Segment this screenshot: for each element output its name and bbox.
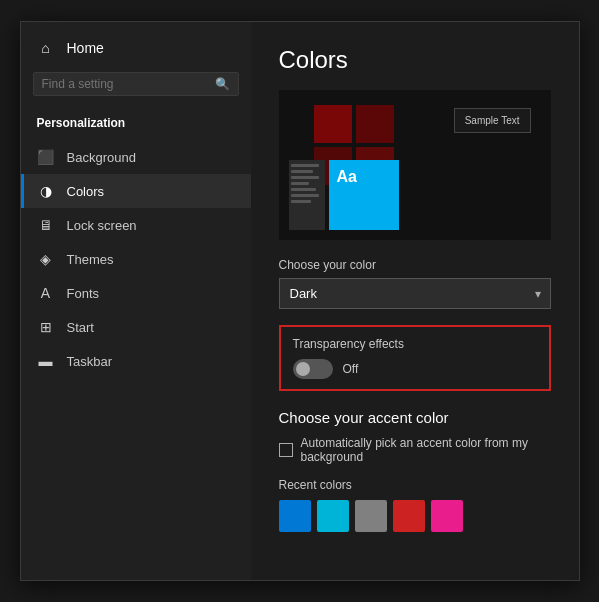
sidebar-home[interactable]: ⌂ Home [21,30,251,66]
toggle-knob [296,362,310,376]
start-icon: ⊞ [37,319,55,335]
swatch-3[interactable] [355,500,387,532]
sidebar-item-label: Fonts [67,286,100,301]
preview-area: Sample Text Aa [279,90,551,240]
sidebar-item-label: Start [67,320,94,335]
svg-rect-1 [356,105,394,143]
sidebar-item-label: Colors [67,184,105,199]
home-label: Home [67,40,104,56]
search-input[interactable] [42,77,209,91]
sidebar-item-themes[interactable]: ◈ Themes [21,242,251,276]
color-dropdown-wrapper: Dark Light Custom ▾ [279,278,551,309]
transparency-effects-box: Transparency effects Off [279,325,551,391]
swatch-2[interactable] [317,500,349,532]
colors-icon: ◑ [37,183,55,199]
preview-sample-text: Sample Text [454,108,531,133]
sidebar-item-background[interactable]: ⬛ Background [21,140,251,174]
search-icon: 🔍 [215,77,230,91]
transparency-label: Transparency effects [293,337,537,351]
color-swatches [279,500,551,532]
recent-colors-label: Recent colors [279,478,551,492]
background-icon: ⬛ [37,149,55,165]
sidebar-item-label: Lock screen [67,218,137,233]
sidebar-item-lock-screen[interactable]: 🖥 Lock screen [21,208,251,242]
swatch-1[interactable] [279,500,311,532]
auto-accent-label: Automatically pick an accent color from … [301,436,551,464]
preview-tiles: Aa [289,160,399,230]
auto-accent-checkbox[interactable] [279,443,293,457]
transparency-toggle[interactable] [293,359,333,379]
taskbar-icon: ▬ [37,353,55,369]
accent-title: Choose your accent color [279,409,551,426]
sidebar-item-start[interactable]: ⊞ Start [21,310,251,344]
lock-screen-icon: 🖥 [37,217,55,233]
toggle-state-label: Off [343,362,359,376]
sidebar-item-label: Background [67,150,136,165]
swatch-5[interactable] [431,500,463,532]
sidebar-item-label: Themes [67,252,114,267]
main-content: Colors Sample Text [251,22,579,580]
themes-icon: ◈ [37,251,55,267]
swatch-4[interactable] [393,500,425,532]
section-label: Personalization [21,110,251,140]
fonts-icon: A [37,285,55,301]
sidebar-item-fonts[interactable]: A Fonts [21,276,251,310]
color-dropdown[interactable]: Dark Light Custom [279,278,551,309]
svg-rect-0 [314,105,352,143]
toggle-row: Off [293,359,537,379]
choose-color-label: Choose your color [279,258,551,272]
home-icon: ⌂ [37,40,55,56]
page-title: Colors [279,46,551,74]
sidebar: ⌂ Home 🔍 Personalization ⬛ Background ◑ … [21,22,251,580]
sidebar-item-label: Taskbar [67,354,113,369]
sidebar-item-taskbar[interactable]: ▬ Taskbar [21,344,251,378]
search-box[interactable]: 🔍 [33,72,239,96]
sidebar-item-colors[interactable]: ◑ Colors [21,174,251,208]
auto-accent-row: Automatically pick an accent color from … [279,436,551,464]
preview-aa-text: Aa [337,168,391,186]
